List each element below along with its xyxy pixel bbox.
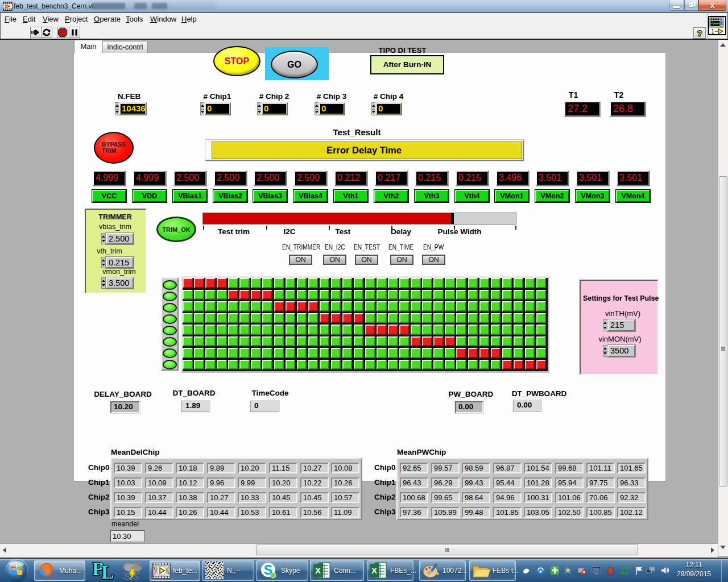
- svg-text:1: 1: [711, 28, 714, 34]
- svg-text:X: X: [315, 566, 321, 575]
- svg-text:X: X: [371, 566, 377, 575]
